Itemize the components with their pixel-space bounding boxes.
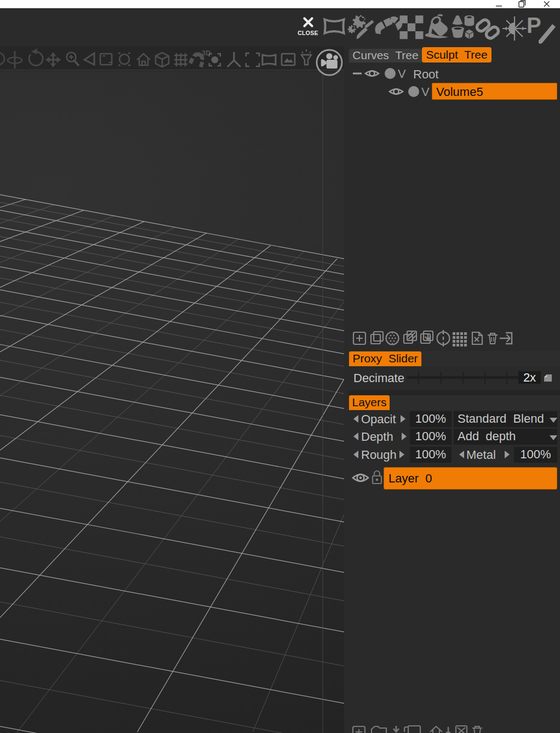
svg-text:P: P — [527, 13, 541, 37]
svg-text:V: V — [398, 67, 406, 81]
svg-text:CLOSE: CLOSE — [298, 30, 318, 36]
svg-text:V: V — [421, 85, 430, 99]
